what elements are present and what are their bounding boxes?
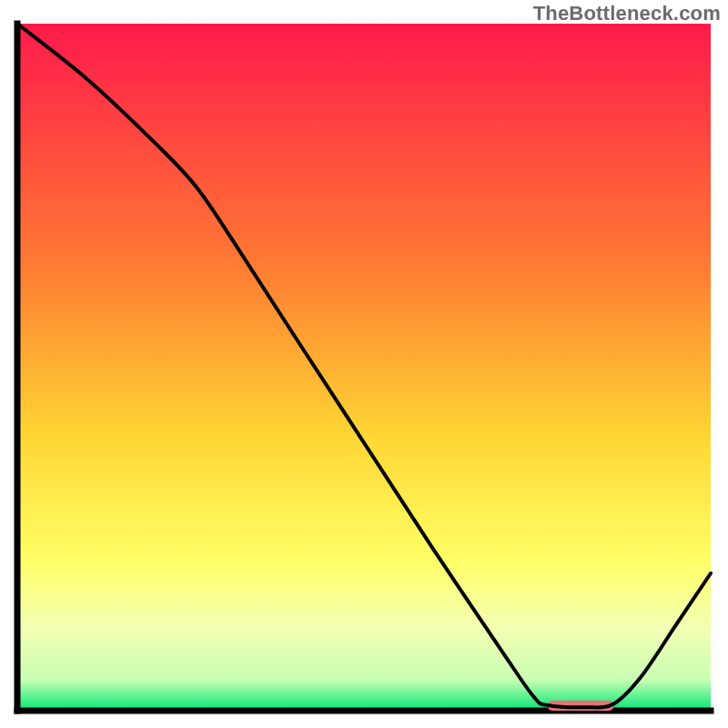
chart-svg — [0, 0, 728, 728]
chart-container: TheBottleneck.com — [0, 0, 728, 728]
watermark-text: TheBottleneck.com — [533, 2, 721, 25]
plot-background — [17, 24, 711, 711]
